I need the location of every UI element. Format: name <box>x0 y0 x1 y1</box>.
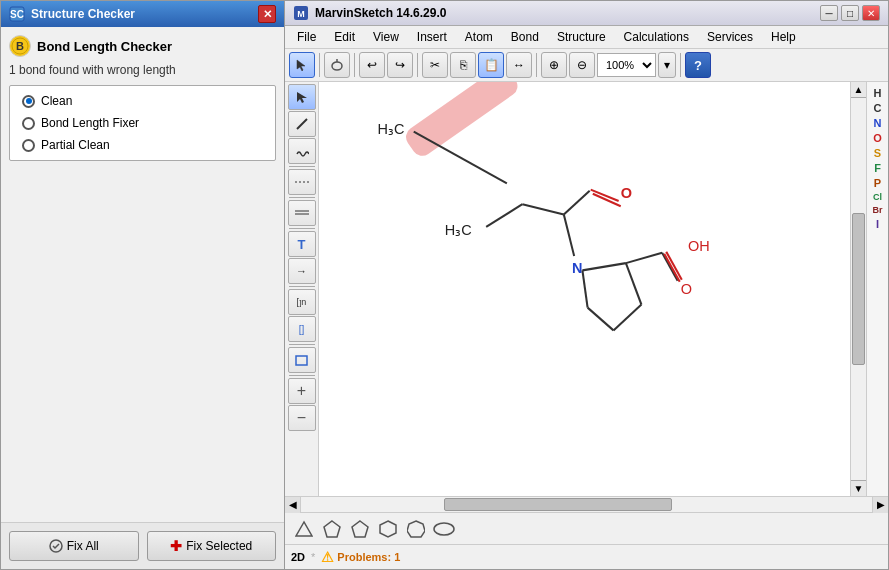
help-button[interactable]: ? <box>685 52 711 78</box>
label-clean: Clean <box>41 94 72 108</box>
dashes-tool[interactable] <box>288 200 316 226</box>
option-partial-clean[interactable]: Partial Clean <box>22 138 263 152</box>
cut-button[interactable]: ✂ <box>422 52 448 78</box>
close-button-right[interactable]: ✕ <box>862 5 880 21</box>
dash-tool[interactable] <box>288 169 316 195</box>
element-S[interactable]: S <box>868 146 888 160</box>
fix-selected-button[interactable]: ✚ Fix Selected <box>147 531 277 561</box>
fix-all-button[interactable]: Fix All <box>9 531 139 561</box>
vertical-scrollbar[interactable]: ▲ ▼ <box>850 82 866 496</box>
tool-divider-2 <box>289 197 315 198</box>
radio-partial-clean[interactable] <box>22 139 35 152</box>
element-F[interactable]: F <box>868 161 888 175</box>
svg-marker-10 <box>297 92 307 103</box>
element-I[interactable]: I <box>868 217 888 231</box>
option-bond-length-fixer[interactable]: Bond Length Fixer <box>22 116 263 130</box>
paste-button[interactable]: 📋 <box>478 52 504 78</box>
svg-line-26 <box>564 214 574 255</box>
svg-marker-39 <box>296 522 312 536</box>
element-H[interactable]: H <box>868 86 888 100</box>
flip-button[interactable]: ↔ <box>506 52 532 78</box>
shape-hexagon[interactable] <box>377 518 399 540</box>
plus-tool[interactable]: + <box>288 378 316 404</box>
svg-line-21 <box>522 204 563 214</box>
minus-tool[interactable]: − <box>288 405 316 431</box>
tool-divider-4 <box>289 286 315 287</box>
right-titlebar-left: M MarvinSketch 14.6.29.0 <box>293 5 446 21</box>
element-N[interactable]: N <box>868 116 888 130</box>
scroll-left-button[interactable]: ◀ <box>285 497 301 513</box>
select-tool-button[interactable] <box>289 52 315 78</box>
toolbar-sep-5 <box>680 53 681 77</box>
canvas-area[interactable]: H₃C H₃C <box>319 82 850 496</box>
options-box: Clean Bond Length Fixer Partial Clean <box>9 85 276 161</box>
arrow-right-tool[interactable]: → <box>288 258 316 284</box>
bond-tool[interactable] <box>288 111 316 137</box>
scroll-thumb[interactable] <box>852 213 865 366</box>
tool-divider-1 <box>289 166 315 167</box>
svg-marker-43 <box>407 521 425 537</box>
svg-line-30 <box>613 305 641 331</box>
tool-divider-5 <box>289 344 315 345</box>
arrow-tool[interactable] <box>288 84 316 110</box>
zoom-out-button[interactable]: ⊖ <box>569 52 595 78</box>
bracket-tool[interactable]: [] <box>288 316 316 342</box>
element-O[interactable]: O <box>868 131 888 145</box>
radio-clean[interactable] <box>22 95 35 108</box>
shape-heptagon[interactable] <box>405 518 427 540</box>
shape-oval[interactable] <box>433 518 455 540</box>
zoom-select[interactable]: 100% <box>597 53 656 77</box>
main-container: SC Structure Checker ✕ B Bond Length Che… <box>0 0 889 570</box>
zoom-dropdown-button[interactable]: ▾ <box>658 52 676 78</box>
menu-structure[interactable]: Structure <box>549 28 614 46</box>
element-P[interactable]: P <box>868 176 888 190</box>
copy-button[interactable]: ⎘ <box>450 52 476 78</box>
maximize-button[interactable]: □ <box>841 5 859 21</box>
menu-bond[interactable]: Bond <box>503 28 547 46</box>
element-Cl[interactable]: Cl <box>868 191 888 203</box>
menu-help[interactable]: Help <box>763 28 804 46</box>
shape-pentagon-arrow[interactable] <box>321 518 343 540</box>
right-panel-title: MarvinSketch 14.6.29.0 <box>315 6 446 20</box>
menu-services[interactable]: Services <box>699 28 761 46</box>
svg-text:O: O <box>681 281 692 297</box>
close-button-left[interactable]: ✕ <box>258 5 276 23</box>
wavy-bond-tool[interactable] <box>288 138 316 164</box>
undo-button[interactable]: ↩ <box>359 52 385 78</box>
checker-title: Bond Length Checker <box>37 39 172 54</box>
tool-divider-3 <box>289 228 315 229</box>
element-Br[interactable]: Br <box>868 204 888 216</box>
lasso-tool-button[interactable] <box>324 52 350 78</box>
minimize-button[interactable]: ─ <box>820 5 838 21</box>
fix-selected-label: Fix Selected <box>186 539 252 553</box>
rect-tool[interactable] <box>288 347 316 373</box>
scroll-up-button[interactable]: ▲ <box>851 82 866 98</box>
redo-button[interactable]: ↪ <box>387 52 413 78</box>
h-scroll-thumb[interactable] <box>444 498 672 511</box>
shape-pentagon[interactable] <box>349 518 371 540</box>
menu-edit[interactable]: Edit <box>326 28 363 46</box>
svg-text:SC: SC <box>10 9 24 20</box>
menu-atom[interactable]: Atom <box>457 28 501 46</box>
zoom-in-button[interactable]: ⊕ <box>541 52 567 78</box>
radio-bond-length-fixer[interactable] <box>22 117 35 130</box>
bracket-n-tool[interactable]: []n <box>288 289 316 315</box>
scroll-down-button[interactable]: ▼ <box>851 480 866 496</box>
horizontal-scrollbar[interactable]: ◀ ▶ <box>285 497 888 513</box>
menu-calculations[interactable]: Calculations <box>616 28 697 46</box>
svg-text:N: N <box>572 260 582 276</box>
toolbar-sep-1 <box>319 53 320 77</box>
text-tool[interactable]: T <box>288 231 316 257</box>
scroll-right-button[interactable]: ▶ <box>872 497 888 513</box>
option-clean[interactable]: Clean <box>22 94 263 108</box>
menu-insert[interactable]: Insert <box>409 28 455 46</box>
element-C[interactable]: C <box>868 101 888 115</box>
toolbar: ↩ ↪ ✂ ⎘ 📋 ↔ ⊕ ⊖ 100% ▾ ? <box>285 49 888 82</box>
lasso-icon <box>330 58 344 72</box>
shape-triangle[interactable] <box>293 518 315 540</box>
menu-file[interactable]: File <box>289 28 324 46</box>
svg-text:H₃C: H₃C <box>445 222 472 238</box>
svg-rect-15 <box>296 356 307 365</box>
menu-view[interactable]: View <box>365 28 407 46</box>
element-palette: H C N O S F P Cl Br I <box>866 82 888 496</box>
